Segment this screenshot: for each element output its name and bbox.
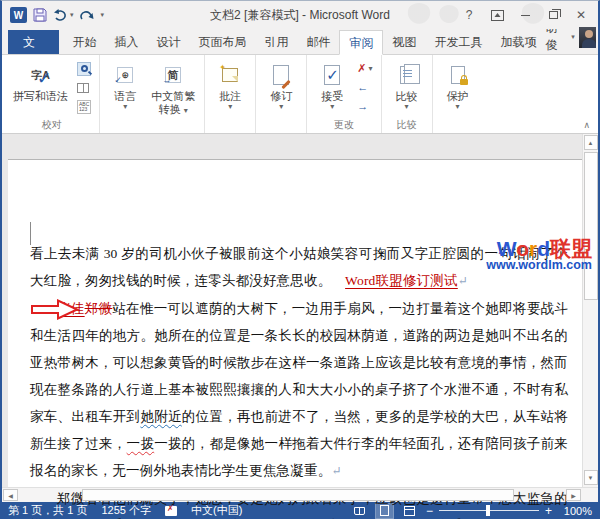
compare-icon <box>400 60 414 90</box>
restore-button[interactable] <box>540 4 566 26</box>
ribbon-group-protect: 保护 ▾ <box>433 55 483 133</box>
scroll-up-button[interactable]: ▲ <box>584 135 598 150</box>
accept-button[interactable]: ✓ 接受 ▾ <box>311 58 353 113</box>
tab-file[interactable]: 文件 <box>8 30 59 54</box>
track-changes-icon <box>273 60 289 90</box>
title-bar: W ▾ ▾ 文档2 [兼容模式] - Microsoft Word ? ✕ <box>2 1 598 29</box>
watermark-ghost <box>406 3 432 27</box>
ribbon-group-proofing: 字A ✓ 拼写和语法 ABC123 校对 <box>4 55 100 133</box>
horizontal-scroll-thumb[interactable] <box>82 489 514 501</box>
annotation-arrow <box>4 299 79 329</box>
track-changes-button[interactable]: 修订 ▾ <box>260 58 302 113</box>
spelling-grammar-icon: 字A ✓ <box>31 60 50 90</box>
ribbon-display-options-button[interactable] <box>484 4 510 26</box>
user-avatar[interactable] <box>579 27 596 48</box>
cross-icon: ✗ <box>357 63 366 74</box>
word-logo-icon[interactable]: W <box>10 7 27 23</box>
undo-dropdown-caret[interactable]: ▾ <box>70 11 74 19</box>
ribbon-group-tracking: 修订 ▾ <box>256 55 307 133</box>
zoom-slider-thumb[interactable] <box>486 505 490 516</box>
spelling-grammar-button[interactable]: 字A ✓ 拼写和语法 <box>8 58 73 105</box>
ribbon: 字A ✓ 拼写和语法 ABC123 校对 ⊕✓ 语言 ▾ <box>2 55 598 134</box>
protect-button[interactable]: 保护 ▾ <box>437 58 479 113</box>
group-label-compare: 比较 <box>382 118 432 132</box>
proofing-small-buttons: ABC123 <box>73 58 95 117</box>
tab-references[interactable]: 引用 <box>255 30 297 54</box>
tab-design[interactable]: 设计 <box>147 30 189 54</box>
user-dropdown-caret[interactable]: ▾ <box>571 33 575 41</box>
previous-icon: ← <box>357 82 368 93</box>
close-button[interactable]: ✕ <box>568 4 594 26</box>
tab-developer[interactable]: 开发工具 <box>425 30 491 54</box>
group-label-changes: 更改 <box>307 118 380 132</box>
chinese-conversion-button[interactable]: 简→ 中文简繁 转换 ▾ <box>146 58 200 118</box>
scrollbar-corner <box>582 488 598 502</box>
compare-button[interactable]: 比较 ▾ <box>386 58 428 113</box>
vertical-scrollbar[interactable]: ▲ ▼ <box>582 134 598 487</box>
group-label-proofing: 校对 <box>4 118 99 132</box>
tracked-deletion: 郑微 <box>85 301 113 316</box>
abc123-icon: ABC123 <box>77 100 91 114</box>
paragraph-mark: ↵ <box>458 274 468 288</box>
web-layout-icon <box>404 506 415 516</box>
spelling-error-text: 一拨 <box>127 436 155 451</box>
tab-home[interactable]: 开始 <box>63 30 105 54</box>
vertical-scroll-thumb[interactable] <box>584 152 598 300</box>
horizontal-scrollbar[interactable]: ◀ ▶ <box>2 488 582 502</box>
collapse-ribbon-button[interactable]: ∧ <box>583 120 590 130</box>
chinese-conversion-icon: 简→ <box>165 60 181 90</box>
previous-change-button[interactable]: ← <box>355 79 374 96</box>
next-change-button[interactable]: → <box>355 98 374 115</box>
tab-insert[interactable]: 插入 <box>105 30 147 54</box>
changes-small-buttons: ✗▾ ← → <box>353 58 376 117</box>
lock-icon <box>451 60 465 90</box>
word-count-button[interactable]: ABC123 <box>75 98 93 115</box>
text-cursor <box>30 222 31 245</box>
tab-review[interactable]: 审阅 <box>339 30 383 55</box>
ribbon-group-changes: ✓ 接受 ▾ ✗▾ ← → 更改 <box>307 55 381 133</box>
ribbon-tab-row: 文件 开始 插入 设计 页面布局 引用 邮件 审阅 视图 开发工具 加载项 胡俊… <box>2 29 598 55</box>
paragraph-1: 看上去未满 30 岁的司机小伙子被眼前这个小姑娘笑容可掬而又字正腔圆的一句话闹了… <box>30 240 568 295</box>
thesaurus-button[interactable] <box>75 79 93 96</box>
grammar-error-text: 她附近 <box>140 409 181 424</box>
new-comment-button[interactable]: 批注 ▾ <box>209 58 251 113</box>
read-mode-icon <box>354 507 365 515</box>
comment-icon <box>222 60 238 90</box>
scroll-down-button[interactable]: ▼ <box>584 470 598 485</box>
redo-button[interactable] <box>80 9 94 22</box>
zoom-slider[interactable] <box>439 510 539 511</box>
paragraph-2: 张佳郑微站在惟一可以遮荫的大树下，一边用手扇风，一边打量着这个她即将要战斗和生活… <box>30 295 568 485</box>
tab-page-layout[interactable]: 页面布局 <box>189 30 255 54</box>
book-icon <box>77 83 89 93</box>
horizontal-scrollbar-row: ◀ ▶ <box>2 487 598 502</box>
ribbon-group-compare: 比较 ▾ 比较 <box>382 55 433 133</box>
ribbon-group-language: ⊕✓ 语言 ▾ 简→ 中文简繁 转换 ▾ <box>100 55 205 133</box>
reject-button[interactable]: ✗▾ <box>355 60 374 77</box>
window-controls: ? ✕ <box>456 4 594 26</box>
accept-icon: ✓ <box>324 60 340 90</box>
next-icon: → <box>357 101 368 112</box>
document-page[interactable]: 看上去未满 30 岁的司机小伙子被眼前这个小姑娘笑容可掬而又字正腔圆的一句话闹了… <box>8 159 582 487</box>
scroll-right-button[interactable]: ▶ <box>566 489 581 501</box>
document-area: 看上去未满 30 岁的司机小伙子被眼前这个小姑娘笑容可掬而又字正腔圆的一句话闹了… <box>2 134 598 487</box>
paragraph-mark: ↵ <box>331 464 341 478</box>
tab-view[interactable]: 视图 <box>383 30 425 54</box>
page-background: 看上去未满 30 岁的司机小伙子被眼前这个小姑娘笑容可掬而又字正腔圆的一句话闹了… <box>2 134 582 487</box>
scroll-left-button[interactable]: ◀ <box>3 489 18 501</box>
save-icon[interactable] <box>33 8 47 22</box>
ribbon-group-comments: 批注 ▾ <box>205 55 256 133</box>
tab-addins[interactable]: 加载项 <box>491 30 545 54</box>
check-icon: ✓ <box>37 68 51 89</box>
tab-mailings[interactable]: 邮件 <box>297 30 339 54</box>
proofing-status-icon[interactable] <box>165 506 177 516</box>
customize-qat-caret[interactable]: ▾ <box>100 11 105 19</box>
search-icon <box>77 62 91 76</box>
tracked-insertion: Word联盟修订测试 <box>345 273 458 288</box>
word-window: W ▾ ▾ 文档2 [兼容模式] - Microsoft Word ? ✕ <box>0 0 600 519</box>
quick-access-toolbar: W ▾ ▾ <box>6 7 104 23</box>
minimize-button[interactable] <box>512 4 538 26</box>
language-button[interactable]: ⊕✓ 语言 ▾ <box>104 58 146 113</box>
research-button[interactable] <box>75 60 93 77</box>
undo-button[interactable]: ▾ <box>53 9 74 22</box>
help-button[interactable]: ? <box>456 4 482 26</box>
